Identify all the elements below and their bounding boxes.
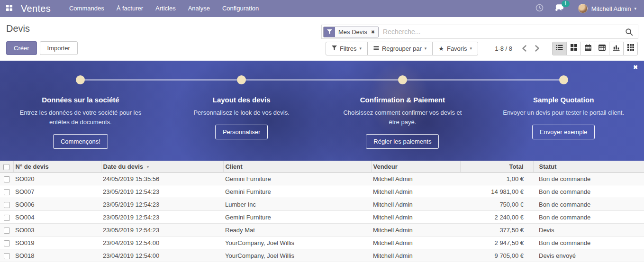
pager-next-icon[interactable]: [535, 45, 540, 52]
menu-analyse[interactable]: Analyse: [182, 0, 216, 17]
view-activity-button[interactable]: [623, 42, 638, 55]
table-row[interactable]: SO00323/05/2019 12:54:23Ready MatMitchel…: [0, 224, 644, 237]
groupby-button[interactable]: Regrouper par ▾: [367, 42, 433, 55]
row-checkbox[interactable]: [4, 253, 10, 259]
pager-previous-icon[interactable]: [522, 45, 527, 52]
view-graph-button[interactable]: [609, 42, 624, 55]
cell-client: Gemini Furniture: [223, 173, 371, 185]
row-checkbox[interactable]: [4, 189, 10, 195]
cell-statut: Devis: [533, 224, 644, 237]
calendar-view-icon: [585, 44, 591, 53]
apps-menu-button[interactable]: [0, 0, 18, 17]
row-checkbox[interactable]: [4, 215, 10, 221]
cell-vendeur: Mitchell Admin: [371, 198, 460, 211]
row-checkbox[interactable]: [4, 240, 10, 246]
table-row[interactable]: SO02024/05/2019 15:35:56Gemini Furniture…: [0, 173, 644, 185]
cell-total: 14 981,00 €: [460, 185, 533, 198]
table-row[interactable]: SO00623/05/2019 12:54:23Lumber IncMitche…: [0, 198, 644, 211]
row-select-cell[interactable]: [0, 198, 13, 211]
app-brand-title[interactable]: Ventes: [18, 3, 63, 14]
table-row[interactable]: SO01823/04/2019 12:54:00YourCompany, Joe…: [0, 249, 644, 262]
create-button[interactable]: Créer: [6, 41, 37, 55]
pager-range: 1-8 / 8: [495, 45, 512, 52]
view-switcher: [552, 42, 638, 55]
cell-client: YourCompany, Joel Willis: [223, 237, 371, 249]
search-controls: Filtres ▾ Regrouper par ▾ ★ Favoris ▾: [326, 41, 638, 55]
menu-commandes[interactable]: Commandes: [63, 0, 110, 17]
row-select-cell[interactable]: [0, 249, 13, 262]
column-label: Statut: [539, 163, 557, 170]
step-button-envoyer-exemple[interactable]: Envoyer exemple: [532, 125, 595, 139]
list-view-icon: [556, 44, 563, 53]
cell-total: 9 705,00 €: [460, 249, 533, 262]
row-checkbox[interactable]: [4, 228, 10, 234]
cell-reference: SO019: [13, 237, 101, 249]
quotations-list-view: N° de devis Date du devis▼ Client Vendeu…: [0, 161, 644, 264]
column-header-total[interactable]: Total: [460, 161, 533, 173]
import-button[interactable]: Importer: [40, 41, 78, 55]
view-list-button[interactable]: [552, 42, 567, 55]
pivot-view-icon: [599, 44, 606, 53]
column-label: N° de devis: [16, 163, 49, 170]
quotations-table: N° de devis Date du devis▼ Client Vendeu…: [0, 161, 644, 262]
step-company-data: Données sur la société Entrez les donnée…: [0, 61, 161, 161]
user-avatar: [578, 4, 588, 13]
table-row[interactable]: SO00723/05/2019 12:54:23Gemini Furniture…: [0, 185, 644, 198]
view-pivot-button[interactable]: [595, 42, 609, 55]
clock-icon: [535, 4, 544, 14]
cell-statut: Bon de commande: [533, 211, 644, 224]
column-header-date[interactable]: Date du devis▼: [101, 161, 223, 173]
column-header-reference[interactable]: N° de devis: [13, 161, 101, 173]
search-magnifier-icon[interactable]: [620, 28, 638, 36]
column-header-client[interactable]: Client: [223, 161, 371, 173]
groupby-label: Regrouper par: [382, 45, 422, 52]
step-confirmation-payment: Confirmation & Paiement Choisissez comme…: [322, 61, 483, 161]
activities-button[interactable]: [535, 4, 544, 14]
apps-grid-icon: [6, 4, 13, 13]
select-all-checkbox[interactable]: [3, 164, 9, 170]
favorites-button[interactable]: ★ Favoris ▾: [432, 42, 478, 55]
table-row[interactable]: SO00423/05/2019 12:54:23Gemini Furniture…: [0, 211, 644, 224]
step-button-commencons[interactable]: Commençons!: [53, 134, 108, 149]
cell-vendeur: Mitchell Admin: [371, 185, 460, 198]
search-input[interactable]: [379, 28, 620, 36]
messages-button[interactable]: 1: [555, 4, 564, 13]
view-kanban-button[interactable]: [566, 42, 581, 55]
cell-reference: SO003: [13, 224, 101, 237]
step-sample-quotation: Sample Quotation Envoyer un devis pour t…: [483, 61, 644, 161]
row-select-cell[interactable]: [0, 224, 13, 237]
row-select-cell[interactable]: [0, 237, 13, 249]
column-header-vendeur[interactable]: Vendeur: [371, 161, 460, 173]
step-title: Layout des devis: [161, 96, 322, 104]
cell-client: Lumber Inc: [223, 198, 371, 211]
step-button-regler-paiements[interactable]: Régler les paiements: [366, 134, 439, 149]
column-header-statut[interactable]: Statut: [533, 161, 644, 173]
row-checkbox[interactable]: [4, 176, 10, 182]
cell-total: 377,50 €: [460, 224, 533, 237]
row-select-cell[interactable]: [0, 211, 13, 224]
filters-button[interactable]: Filtres ▾: [326, 42, 368, 55]
cell-vendeur: Mitchell Admin: [371, 224, 460, 237]
cell-date: 23/05/2019 12:54:23: [101, 224, 223, 237]
bar-chart-icon: [613, 44, 620, 53]
menu-configuration[interactable]: Configuration: [216, 0, 265, 17]
step-button-personnaliser[interactable]: Personnaliser: [215, 125, 268, 139]
row-select-cell[interactable]: [0, 185, 13, 198]
row-select-cell[interactable]: [0, 173, 13, 185]
sort-desc-icon: ▼: [146, 165, 150, 169]
view-calendar-button[interactable]: [581, 42, 595, 55]
banner-close-icon[interactable]: ✖: [633, 64, 638, 71]
select-all-cell[interactable]: [0, 161, 13, 173]
user-menu[interactable]: Mitchell Admin ▾: [578, 4, 636, 13]
chevron-down-icon: ▾: [470, 46, 472, 51]
table-row[interactable]: SO01923/04/2019 12:54:00YourCompany, Joe…: [0, 237, 644, 249]
table-header-row: N° de devis Date du devis▼ Client Vendeu…: [0, 161, 644, 173]
facet-remove-icon[interactable]: ✖: [371, 27, 378, 37]
menu-articles[interactable]: Articles: [149, 0, 182, 17]
column-label: Client: [226, 163, 243, 170]
cell-total: 2 240,00 €: [460, 211, 533, 224]
cell-date: 24/05/2019 15:35:56: [101, 173, 223, 185]
menu-a-facturer[interactable]: À facturer: [110, 0, 149, 17]
row-checkbox[interactable]: [4, 202, 10, 208]
cell-date: 23/05/2019 12:54:23: [101, 185, 223, 198]
